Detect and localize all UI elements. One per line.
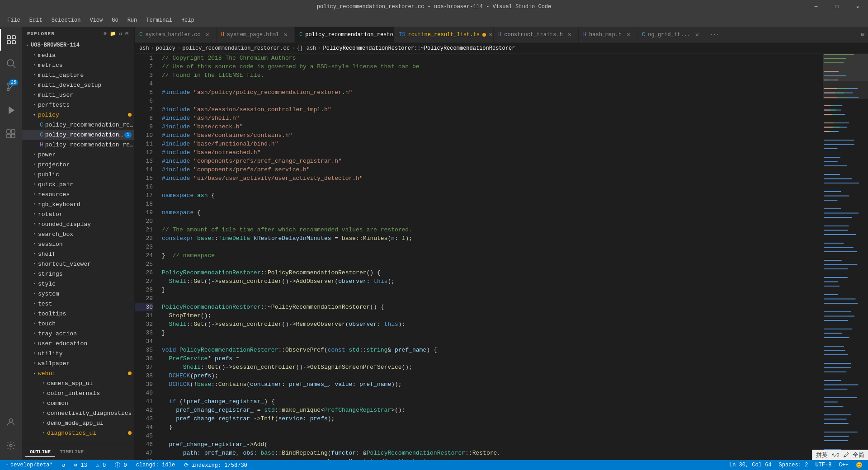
sidebar-item-connectivity-diagnostics[interactable]: › connectivity_diagnostics	[22, 408, 134, 418]
tab-close-button7[interactable]: ✕	[693, 31, 701, 39]
sidebar-item-perftests[interactable]: › perftests	[22, 100, 134, 110]
sidebar-item-common[interactable]: › common	[22, 398, 134, 408]
sidebar-item-demo-mode-app-ui[interactable]: › demo_mode_app_ui	[22, 418, 134, 428]
sidebar-item-shelf[interactable]: › shelf	[22, 249, 134, 259]
tab-close-button2[interactable]: ✕	[282, 31, 290, 39]
cursor-position[interactable]: Ln 30, Col 64	[727, 462, 774, 469]
sidebar-item-quick-pair[interactable]: › quick_pair	[22, 179, 134, 189]
menu-edit[interactable]: Edit	[26, 15, 46, 25]
minimap-slider[interactable]	[823, 54, 868, 81]
tab-close-button[interactable]: ✕	[203, 31, 212, 39]
tab-policy-cc[interactable]: C policy_recommendation_restorer.cc ✕	[295, 27, 394, 42]
sidebar-item-multi-user[interactable]: › multi_user	[22, 90, 134, 100]
tab-routine-result[interactable]: TS routine_result_list.ts ✕	[394, 27, 494, 42]
new-file-icon[interactable]: ⊕	[104, 31, 107, 37]
sidebar-item-projector[interactable]: › projector	[22, 160, 134, 169]
code-content[interactable]: // Copyright 2018 The Chromium Authors /…	[157, 54, 823, 460]
menu-terminal[interactable]: Terminal	[142, 15, 176, 25]
menu-go[interactable]: Go	[108, 15, 122, 25]
sidebar-item-style[interactable]: › style	[22, 279, 134, 289]
sidebar-item-policy-unittest[interactable]: C policy_recommendation_restorer_unittes…	[22, 120, 134, 130]
sidebar-item-public[interactable]: › public	[22, 169, 134, 179]
breadcrumb-policy[interactable]: policy	[156, 45, 175, 52]
breadcrumb-function[interactable]: PolicyRecommendationRestorer::~PolicyRec…	[323, 45, 515, 52]
breadcrumb-ash[interactable]: ash	[139, 45, 149, 52]
sidebar-item-camera-app-ui[interactable]: › camera_app_ui	[22, 378, 134, 388]
minimize-button[interactable]: ─	[806, 0, 826, 14]
source-control-icon[interactable]: 25	[0, 76, 22, 98]
extensions-icon[interactable]	[0, 123, 22, 145]
sidebar-item-resources[interactable]: › resources	[22, 189, 134, 199]
debug-icon[interactable]	[0, 99, 22, 121]
maximize-button[interactable]: □	[826, 0, 847, 14]
menu-view[interactable]: View	[86, 15, 106, 25]
sidebar-item-media[interactable]: › media	[22, 50, 134, 60]
editor-layout-button[interactable]: ⊟	[858, 27, 868, 42]
info-count[interactable]: ⓘ 0	[113, 461, 128, 469]
sidebar-item-wallpaper[interactable]: › wallpaper	[22, 358, 134, 368]
sidebar-item-shortcut-viewer[interactable]: › shortcut_viewer	[22, 259, 134, 269]
tab-system-page[interactable]: H system_page.html ✕	[217, 27, 295, 42]
sidebar-item-metrics[interactable]: › metrics	[22, 60, 134, 70]
new-folder-icon[interactable]: 📁	[110, 31, 117, 37]
tab-ng-grid[interactable]: C ng_grid_it... ✕	[637, 27, 706, 42]
clangd-status[interactable]: clangd: idle	[134, 462, 177, 468]
tab-construct-traits[interactable]: H construct_traits.h ✕	[494, 27, 579, 42]
sidebar-item-strings[interactable]: › strings	[22, 269, 134, 279]
sidebar-item-policy-cc[interactable]: C policy_recommendation_restorer.cc 1	[22, 130, 134, 140]
warning-count[interactable]: ⚠ 0	[94, 462, 108, 469]
tab-hash-map[interactable]: H hash_map.h ✕	[579, 27, 637, 42]
timeline-tab[interactable]: TIMELINE	[55, 447, 88, 456]
explorer-icon[interactable]	[0, 29, 22, 51]
encoding-setting[interactable]: UTF-8	[813, 462, 833, 469]
sidebar-item-test[interactable]: › test	[22, 299, 134, 309]
sidebar-item-color-internals[interactable]: › color_internals	[22, 388, 134, 398]
sidebar-item-touch[interactable]: › touch	[22, 319, 134, 329]
menu-run[interactable]: Run	[124, 15, 141, 25]
feedback-button[interactable]: 😊	[854, 462, 864, 469]
breadcrumb-namespace[interactable]: {} ash	[297, 45, 316, 52]
outline-tab[interactable]: OUTLINE	[25, 447, 55, 457]
settings-icon[interactable]	[0, 435, 22, 456]
sidebar-item-utility[interactable]: › utility	[22, 348, 134, 358]
search-activity-icon[interactable]	[0, 52, 22, 74]
sidebar-item-session[interactable]: › session	[22, 239, 134, 249]
sidebar-item-user-education[interactable]: › user_education	[22, 338, 134, 348]
menu-file[interactable]: File	[4, 15, 24, 25]
menu-selection[interactable]: Selection	[48, 15, 85, 25]
sidebar-item-system[interactable]: › system	[22, 289, 134, 299]
collapse-icon[interactable]: ⊟	[125, 31, 129, 37]
menu-help[interactable]: Help	[178, 15, 198, 25]
sidebar-item-policy[interactable]: ▾ policy	[22, 110, 134, 120]
sidebar-item-multi-device-setup[interactable]: › multi_device_setup	[22, 80, 134, 90]
sidebar-item-power[interactable]: › power	[22, 150, 134, 160]
spaces-setting[interactable]: Spaces: 2	[777, 462, 810, 469]
close-button[interactable]: ✕	[847, 0, 868, 14]
activity-bar: 25	[0, 27, 22, 460]
sidebar-item-webui[interactable]: ▾ webui	[22, 368, 134, 378]
breadcrumb-file[interactable]: policy_recommendation_restorer.cc	[182, 45, 290, 52]
sidebar-item-rotator[interactable]: › rotator	[22, 209, 134, 219]
tab-close-button6[interactable]: ✕	[624, 31, 632, 39]
account-icon[interactable]	[0, 411, 22, 433]
tab-overflow-button[interactable]: ···	[706, 27, 723, 42]
root-folder[interactable]: ▾ UOS-BROWSER-114	[22, 40, 134, 50]
sidebar-item-rgb-keyboard[interactable]: › rgb_keyboard	[22, 199, 134, 209]
tab-close-button4[interactable]: ✕	[489, 31, 492, 39]
language-mode[interactable]: C++	[837, 462, 850, 469]
sync-button[interactable]: ↺	[60, 462, 67, 469]
sidebar-item-tooltips[interactable]: › tooltips	[22, 309, 134, 319]
error-count[interactable]: ⊗ 13	[72, 462, 89, 469]
sidebar-item-multi-capture[interactable]: › multi_capture	[22, 70, 134, 80]
ime-bar[interactable]: 拼英 ∿◊ 🖊 全简	[812, 450, 868, 460]
refresh-icon[interactable]: ↺	[119, 31, 123, 37]
sidebar-item-rounded-display[interactable]: › rounded_display	[22, 219, 134, 229]
sidebar-item-tray-action[interactable]: › tray_action	[22, 329, 134, 338]
indexing-status[interactable]: ⟳ indexing: 1/58730	[182, 462, 249, 469]
tab-system-handler[interactable]: C system_handler.cc ✕	[135, 27, 217, 42]
sidebar-item-search-box[interactable]: › search_box	[22, 229, 134, 239]
git-branch[interactable]: ⑂ develop/beta*	[4, 462, 55, 468]
sidebar-item-policy-h[interactable]: H policy_recommendation_restorer.h	[22, 140, 134, 150]
tab-close-button5[interactable]: ✕	[566, 31, 574, 39]
sidebar-item-diagnostics-ui[interactable]: › diagnostics_ui	[22, 428, 134, 438]
